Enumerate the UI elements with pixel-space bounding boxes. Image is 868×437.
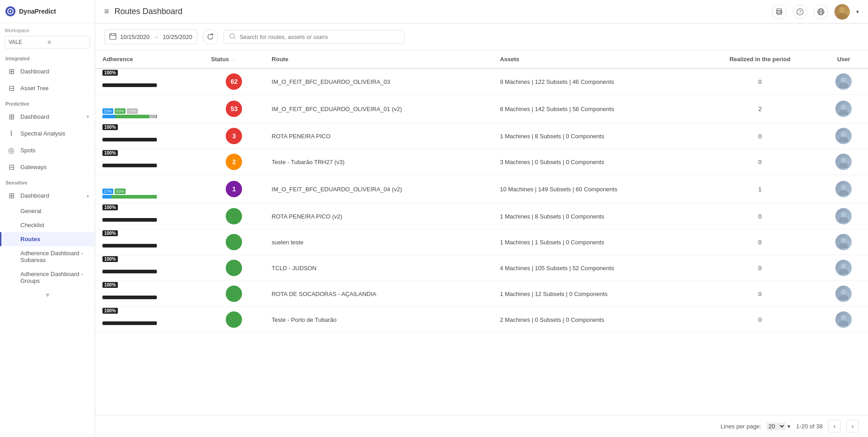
adherence-cell: 100% xyxy=(95,123,204,149)
date-to: 10/25/2020 xyxy=(163,34,192,40)
svg-text:?: ? xyxy=(799,10,801,15)
table-row[interactable]: 100% suelen teste1 Machines | 1 Subsets … xyxy=(95,229,868,255)
sidebar-item-asset-tree[interactable]: ⊟ Asset Tree xyxy=(0,80,95,97)
sidebar-item-routes[interactable]: Routes xyxy=(0,232,95,246)
svg-point-22 xyxy=(839,83,849,88)
adherence-cell: 17%83% xyxy=(95,175,204,204)
status-cell: 2 xyxy=(204,149,265,175)
col-assets: Assets xyxy=(493,50,701,68)
col-realized: Realized in the period xyxy=(701,50,820,68)
sidebar-sub-label: Routes xyxy=(20,236,40,243)
sidebar-item-spectral-analysis[interactable]: ⌇ Spectral Analysis xyxy=(0,125,95,142)
status-cell xyxy=(204,204,265,229)
sidebar-item-adherence-subareas[interactable]: Adherence Dashboard - Subareas xyxy=(0,246,95,267)
sidebar-item-label: Dashboard xyxy=(20,68,49,75)
table-row[interactable]: 100% ROTA PENEIRA PICO (v2)1 Machines | … xyxy=(95,204,868,229)
sidebar-item-label: Asset Tree xyxy=(20,85,48,92)
svg-point-28 xyxy=(839,163,849,168)
table-row[interactable]: 23%63%13% 53IM_O_FEIT_BFC_EDUARDO_OLIVEI… xyxy=(95,95,868,123)
per-page-dropdown[interactable]: 20 50 100 xyxy=(766,422,786,430)
workspace-label: Workspace xyxy=(5,28,90,33)
globe-button[interactable] xyxy=(814,5,828,19)
header-icons: ? ▾ xyxy=(772,4,859,19)
adherence-cell: 100% xyxy=(95,68,204,95)
search-input[interactable] xyxy=(239,34,399,40)
svg-point-26 xyxy=(839,137,849,142)
table-row[interactable]: 100% TCLD - JUDSON4 Machines | 105 Subse… xyxy=(95,255,868,281)
help-button[interactable]: ? xyxy=(793,5,807,19)
sidebar-item-checklist[interactable]: Checklist xyxy=(0,218,95,232)
assets-cell: 2 Machines | 0 Subsets | 0 Components xyxy=(493,307,701,333)
sidebar-item-label: Gateways xyxy=(20,164,47,170)
gateways-icon: ⊟ xyxy=(7,163,16,171)
assets-cell: 1 Machines | 8 Subsets | 0 Components xyxy=(493,204,701,229)
sidebar-item-general[interactable]: General xyxy=(0,204,95,218)
assets-cell: 1 Machines | 12 Subsets | 0 Components xyxy=(493,281,701,307)
status-cell: 53 xyxy=(204,95,265,123)
per-page-select[interactable]: 20 50 100 ▾ xyxy=(766,422,790,430)
app-name: DynaPredict xyxy=(19,8,56,15)
date-range-picker[interactable]: 10/15/2020 → 10/25/2020 xyxy=(104,29,197,44)
svg-point-31 xyxy=(841,212,846,217)
table-row[interactable]: 100% 62IM_O_FEIT_BFC_EDUARDO_OLIVEIRA_03… xyxy=(95,68,868,95)
svg-point-36 xyxy=(839,269,849,274)
col-user: User xyxy=(820,50,868,68)
route-cell: IM_O_FEIT_BFC_EDUARDO_OLIVEIRA_04 (v2) xyxy=(264,175,493,204)
adherence-cell: 100% xyxy=(95,281,204,307)
assets-cell: 10 Machines | 149 Subsets | 60 Component… xyxy=(493,175,701,204)
svg-point-13 xyxy=(839,7,845,13)
calendar-icon xyxy=(109,33,116,41)
user-cell xyxy=(820,175,868,204)
route-cell: IM_O_FEIT_BFC_EDUARDO_OLIVEIRA_01 (v2) xyxy=(264,95,493,123)
realized-cell: 1 xyxy=(701,175,820,204)
adherence-cell: 100% xyxy=(95,204,204,229)
sidebar-item-predictive-dashboard[interactable]: ⊞ Dashboard ▾ xyxy=(0,108,95,125)
scroll-down-indicator: ▾ xyxy=(0,288,95,302)
predictive-section-label: Predictive xyxy=(0,97,95,108)
prev-page-button[interactable]: ‹ xyxy=(828,420,841,432)
realized-cell: 0 xyxy=(701,307,820,333)
table-row[interactable]: 100% Teste - Porto de Tubarão2 Machines … xyxy=(95,307,868,333)
svg-rect-15 xyxy=(110,34,116,39)
svg-point-34 xyxy=(839,243,849,248)
assets-cell: 1 Machines | 1 Subsets | 0 Components xyxy=(493,229,701,255)
user-cell xyxy=(820,149,868,175)
table-row[interactable]: 100% ROTA DE SOCADORAS - AÇAILANDIA1 Mac… xyxy=(95,281,868,307)
table-row[interactable]: 100% 3ROTA PENEIRA PICO1 Machines | 8 Su… xyxy=(95,123,868,149)
realized-cell: 0 xyxy=(701,123,820,149)
table-header-row: Adherence Status ↓ Route Assets Realized… xyxy=(95,50,868,68)
integrated-section-label: Integrated xyxy=(0,51,95,63)
svg-point-32 xyxy=(839,217,849,223)
sidebar-sub-label: Adherence Dashboard - Subareas xyxy=(20,250,89,263)
chevron-down-icon: ▾ xyxy=(787,423,790,430)
route-cell: ROTA PENEIRA PICO xyxy=(264,123,493,149)
sort-icon: ↓ xyxy=(233,57,235,62)
user-avatar-header[interactable] xyxy=(834,4,850,19)
workspace-selector[interactable]: VALE ≡ xyxy=(5,36,90,49)
adherence-cell: 100% xyxy=(95,229,204,255)
svg-point-21 xyxy=(841,77,846,83)
svg-point-35 xyxy=(841,263,846,269)
table-row[interactable]: 100% 2Teste - Tubarão TRH27 (v3)3 Machin… xyxy=(95,149,868,175)
sidebar-item-spots[interactable]: ◎ Spots xyxy=(0,142,95,159)
sidebar-item-integrated-dashboard[interactable]: ⊞ Dashboard xyxy=(0,63,95,80)
sidebar-item-adherence-groups[interactable]: Adherence Dashboard - Groups xyxy=(0,267,95,288)
realized-cell: 0 xyxy=(701,255,820,281)
next-page-button[interactable]: › xyxy=(846,420,859,432)
menu-icon[interactable]: ≡ xyxy=(104,7,109,16)
user-cell xyxy=(820,68,868,95)
sidebar-item-sensitive-dashboard[interactable]: ⊞ Dashboard ▴ xyxy=(0,187,95,204)
chevron-down-icon-header[interactable]: ▾ xyxy=(856,9,859,15)
table-row[interactable]: 17%83% 1IM_O_FEIT_BFC_EDUARDO_OLIVEIRA_0… xyxy=(95,175,868,204)
sidebar-sub-label: Checklist xyxy=(20,222,44,228)
search-box xyxy=(223,30,405,44)
route-cell: Teste - Porto de Tubarão xyxy=(264,307,493,333)
user-cell xyxy=(820,229,868,255)
col-status[interactable]: Status ↓ xyxy=(204,50,265,68)
svg-line-20 xyxy=(234,38,235,39)
refresh-button[interactable] xyxy=(203,29,218,44)
sidebar-item-gateways[interactable]: ⊟ Gateways xyxy=(0,159,95,175)
assets-cell: 8 Machines | 142 Subsets | 58 Components xyxy=(493,95,701,123)
print-button[interactable] xyxy=(772,5,786,19)
arrow-icon: → xyxy=(153,34,159,40)
